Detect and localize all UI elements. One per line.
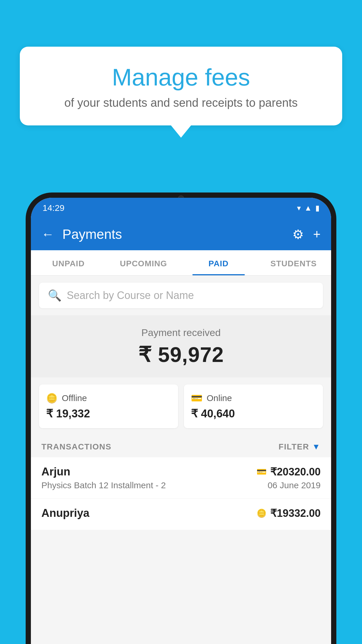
app-bar-actions: ⚙ +	[292, 227, 321, 242]
transaction-bottom: Physics Batch 12 Installment - 2 06 June…	[41, 480, 321, 490]
payment-label: Payment received	[39, 327, 323, 338]
search-icon: 🔍	[48, 289, 61, 302]
offline-card-header: 🪙 Offline	[46, 393, 171, 404]
transaction-amount: ₹20320.00	[270, 466, 321, 478]
speech-bubble: Manage fees of your students and send re…	[20, 47, 342, 125]
offline-label: Offline	[62, 393, 87, 403]
offline-amount: ₹ 19,332	[46, 407, 171, 420]
tab-unpaid[interactable]: UNPAID	[31, 250, 106, 275]
status-bar: 14:29 ▾ ▲ ▮	[31, 198, 331, 218]
transaction-amount-2: ₹19332.00	[270, 507, 321, 519]
transaction-row-anupriya[interactable]: Anupriya 🪙 ₹19332.00	[31, 499, 331, 530]
transaction-top-2: Anupriya 🪙 ₹19332.00	[41, 507, 321, 519]
back-button[interactable]: ←	[41, 227, 54, 242]
payment-section: Payment received ₹ 59,972	[31, 315, 331, 377]
filter-button[interactable]: FILTER ▼	[279, 442, 321, 452]
app-bar-title: Payments	[62, 226, 284, 242]
transaction-top: Arjun 💳 ₹20320.00	[41, 466, 321, 478]
filter-text: FILTER	[279, 442, 309, 452]
app-bar: ← Payments ⚙ +	[31, 218, 331, 250]
search-placeholder: Search by Course or Name	[67, 289, 194, 302]
online-card-header: 💳 Online	[191, 393, 316, 404]
online-label: Online	[207, 393, 232, 403]
offline-icon: 🪙	[46, 393, 58, 404]
tab-upcoming[interactable]: UPCOMING	[106, 250, 181, 275]
transaction-mode-icon-2: 🪙	[256, 508, 267, 518]
transaction-row-arjun[interactable]: Arjun 💳 ₹20320.00 Physics Batch 12 Insta…	[31, 457, 331, 499]
transaction-amount-wrap: 💳 ₹20320.00	[256, 466, 321, 478]
wifi-icon: ▾	[297, 204, 301, 213]
transactions-header: TRANSACTIONS FILTER ▼	[31, 435, 331, 457]
transaction-name: Arjun	[41, 466, 70, 478]
offline-card: 🪙 Offline ₹ 19,332	[39, 384, 178, 428]
bubble-title: Manage fees	[31, 64, 331, 90]
battery-icon: ▮	[315, 204, 319, 213]
transaction-date: 06 June 2019	[268, 480, 321, 490]
online-amount: ₹ 40,640	[191, 407, 316, 420]
status-icons: ▾ ▲ ▮	[297, 204, 319, 213]
transactions-label: TRANSACTIONS	[41, 442, 111, 452]
payment-amount: ₹ 59,972	[39, 342, 323, 367]
tab-students[interactable]: STUDENTS	[256, 250, 331, 275]
search-bar[interactable]: 🔍 Search by Course or Name	[39, 283, 323, 308]
transaction-mode-icon: 💳	[256, 467, 267, 477]
online-card: 💳 Online ₹ 40,640	[184, 384, 323, 428]
tab-paid[interactable]: PAID	[181, 250, 256, 275]
phone-outer: 14:29 ▾ ▲ ▮ ← Payments ⚙ + UNPAID	[26, 192, 336, 644]
transaction-amount-wrap-2: 🪙 ₹19332.00	[256, 507, 321, 519]
transaction-name-2: Anupriya	[41, 507, 89, 519]
add-icon[interactable]: +	[313, 227, 321, 242]
online-icon: 💳	[191, 393, 203, 404]
status-time: 14:29	[43, 203, 64, 213]
filter-icon: ▼	[312, 442, 321, 452]
signal-icon: ▲	[304, 204, 312, 213]
phone-frame: 14:29 ▾ ▲ ▮ ← Payments ⚙ + UNPAID	[26, 192, 336, 644]
bubble-subtitle: of your students and send receipts to pa…	[31, 96, 331, 109]
tab-bar: UNPAID UPCOMING PAID STUDENTS	[31, 250, 331, 276]
payment-cards: 🪙 Offline ₹ 19,332 💳 Online ₹ 40,640	[31, 377, 331, 435]
phone-screen: 14:29 ▾ ▲ ▮ ← Payments ⚙ + UNPAID	[31, 198, 331, 644]
transaction-course: Physics Batch 12 Installment - 2	[41, 480, 166, 490]
settings-icon[interactable]: ⚙	[292, 227, 304, 242]
